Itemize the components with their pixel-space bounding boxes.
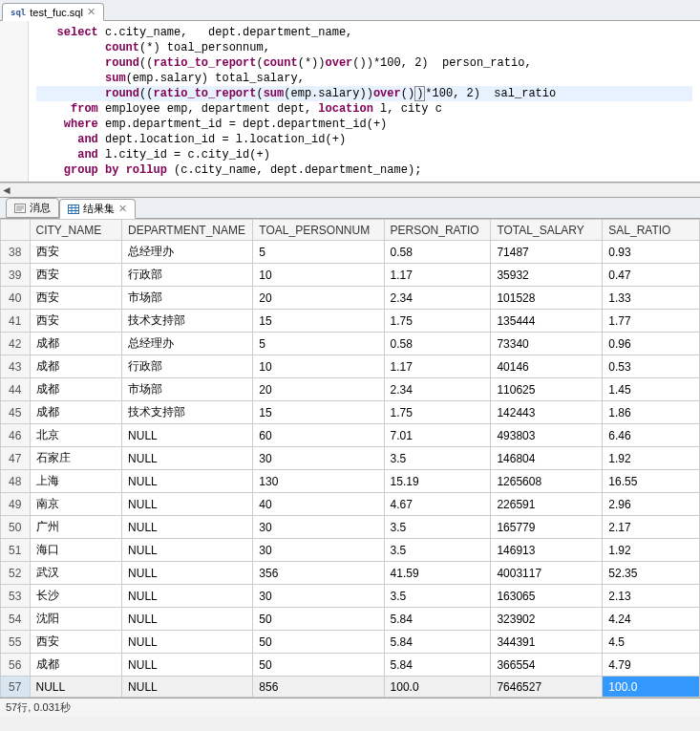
row-number-cell[interactable]: 43 [1, 355, 31, 378]
personnum-cell[interactable]: 20 [253, 287, 384, 310]
table-row[interactable]: 41西安技术支持部151.751354441.77 [1, 310, 700, 333]
personnum-cell[interactable]: 356 [253, 562, 384, 585]
total-salary-cell[interactable]: 73340 [491, 333, 603, 355]
sal-ratio-cell[interactable]: 0.93 [603, 241, 700, 264]
person-ratio-cell[interactable]: 100.0 [384, 677, 491, 698]
total-salary-cell[interactable]: 146804 [491, 447, 603, 470]
sal-ratio-cell[interactable]: 0.47 [603, 264, 700, 287]
table-row[interactable]: 54沈阳NULL505.843239024.24 [1, 608, 700, 631]
personnum-cell[interactable]: 15 [253, 401, 384, 424]
personnum-cell[interactable]: 130 [253, 470, 384, 493]
personnum-cell[interactable]: 60 [253, 424, 384, 447]
department-cell[interactable]: 总经理办 [122, 333, 253, 355]
city-cell[interactable]: 南京 [30, 493, 122, 516]
city-cell[interactable]: 成都 [30, 355, 122, 378]
sal-ratio-cell[interactable]: 1.45 [603, 378, 700, 401]
department-cell[interactable]: NULL [122, 631, 253, 654]
table-row[interactable]: 38西安总经理办50.58714870.93 [1, 241, 700, 264]
total-salary-cell[interactable]: 7646527 [491, 677, 603, 698]
total-salary-cell[interactable]: 163065 [491, 585, 603, 608]
city-cell[interactable]: 石家庄 [30, 447, 122, 470]
department-cell[interactable]: NULL [122, 677, 253, 698]
result-grid[interactable]: CITY_NAME DEPARTMENT_NAME TOAL_PERSONNUM… [0, 219, 700, 698]
sal-ratio-cell[interactable]: 2.96 [603, 493, 700, 516]
table-row[interactable]: 52武汉NULL35641.59400311752.35 [1, 562, 700, 585]
row-number-cell[interactable]: 57 [1, 677, 31, 698]
total-salary-cell[interactable]: 344391 [491, 631, 603, 654]
department-cell[interactable]: NULL [122, 516, 253, 539]
row-number-cell[interactable]: 42 [1, 333, 31, 355]
personnum-cell[interactable]: 5 [253, 333, 384, 355]
city-cell[interactable]: 成都 [30, 333, 122, 355]
row-number-cell[interactable]: 54 [1, 608, 31, 631]
department-cell[interactable]: 市场部 [122, 287, 253, 310]
city-cell[interactable]: 西安 [30, 287, 122, 310]
city-cell[interactable]: 西安 [30, 264, 122, 287]
row-number-cell[interactable]: 53 [1, 585, 31, 608]
table-row[interactable]: 47石家庄NULL303.51468041.92 [1, 447, 700, 470]
close-icon[interactable]: ✕ [87, 6, 95, 18]
department-cell[interactable]: NULL [122, 424, 253, 447]
sal-ratio-cell[interactable]: 1.92 [603, 539, 700, 562]
personnum-cell[interactable]: 50 [253, 631, 384, 654]
department-cell[interactable]: NULL [122, 470, 253, 493]
sal-ratio-cell[interactable]: 1.33 [603, 287, 700, 310]
table-row[interactable]: 42成都总经理办50.58733400.96 [1, 333, 700, 355]
editor-hscrollbar[interactable]: ◄ [0, 183, 700, 198]
sal-ratio-cell[interactable]: 6.46 [603, 424, 700, 447]
code-editor[interactable]: select c.city_name, dept.department_name… [0, 21, 700, 183]
city-cell[interactable]: 西安 [30, 310, 122, 333]
personnum-cell[interactable]: 5 [253, 241, 384, 264]
column-header-department[interactable]: DEPARTMENT_NAME [122, 220, 253, 241]
row-number-cell[interactable]: 51 [1, 539, 31, 562]
personnum-cell[interactable]: 50 [253, 654, 384, 677]
department-cell[interactable]: NULL [122, 608, 253, 631]
table-row[interactable]: 53长沙NULL303.51630652.13 [1, 585, 700, 608]
total-salary-cell[interactable]: 366554 [491, 654, 603, 677]
personnum-cell[interactable]: 30 [253, 447, 384, 470]
column-header-total-salary[interactable]: TOTAL_SALARY [491, 220, 603, 241]
personnum-cell[interactable]: 30 [253, 585, 384, 608]
total-salary-cell[interactable]: 323902 [491, 608, 603, 631]
personnum-cell[interactable]: 10 [253, 355, 384, 378]
close-icon[interactable]: ✕ [118, 203, 127, 215]
table-row[interactable]: 51海口NULL303.51469131.92 [1, 539, 700, 562]
sal-ratio-cell[interactable]: 0.96 [603, 333, 700, 355]
sal-ratio-cell[interactable]: 1.86 [603, 401, 700, 424]
total-salary-cell[interactable]: 110625 [491, 378, 603, 401]
person-ratio-cell[interactable]: 4.67 [384, 493, 491, 516]
row-number-cell[interactable]: 56 [1, 654, 31, 677]
row-number-cell[interactable]: 52 [1, 562, 31, 585]
row-number-cell[interactable]: 38 [1, 241, 31, 264]
total-salary-cell[interactable]: 226591 [491, 493, 603, 516]
city-cell[interactable]: 广州 [30, 516, 122, 539]
table-row[interactable]: 44成都市场部202.341106251.45 [1, 378, 700, 401]
sal-ratio-cell[interactable]: 2.13 [603, 585, 700, 608]
editor-tab[interactable]: sql test_fuc.sql ✕ [2, 3, 104, 21]
sal-ratio-cell[interactable]: 16.55 [603, 470, 700, 493]
sal-ratio-cell[interactable]: 4.24 [603, 608, 700, 631]
row-number-cell[interactable]: 46 [1, 424, 31, 447]
total-salary-cell[interactable]: 40146 [491, 355, 603, 378]
table-row[interactable]: 43成都行政部101.17401460.53 [1, 355, 700, 378]
sal-ratio-cell[interactable]: 1.77 [603, 310, 700, 333]
sal-ratio-cell[interactable]: 100.0 [603, 677, 700, 698]
department-cell[interactable]: 总经理办 [122, 241, 253, 264]
row-number-cell[interactable]: 48 [1, 470, 31, 493]
table-row[interactable]: 50广州NULL303.51657792.17 [1, 516, 700, 539]
total-salary-cell[interactable]: 142443 [491, 401, 603, 424]
city-cell[interactable]: 成都 [30, 401, 122, 424]
person-ratio-cell[interactable]: 1.17 [384, 264, 491, 287]
total-salary-cell[interactable]: 165779 [491, 516, 603, 539]
department-cell[interactable]: 市场部 [122, 378, 253, 401]
sal-ratio-cell[interactable]: 1.92 [603, 447, 700, 470]
column-header-person-ratio[interactable]: PERSON_RATIO [384, 220, 491, 241]
total-salary-cell[interactable]: 135444 [491, 310, 603, 333]
person-ratio-cell[interactable]: 0.58 [384, 333, 491, 355]
person-ratio-cell[interactable]: 3.5 [384, 447, 491, 470]
department-cell[interactable]: NULL [122, 493, 253, 516]
total-salary-cell[interactable]: 4003117 [491, 562, 603, 585]
column-header-sal-ratio[interactable]: SAL_RATIO [603, 220, 700, 241]
department-cell[interactable]: NULL [122, 447, 253, 470]
person-ratio-cell[interactable]: 3.5 [384, 539, 491, 562]
